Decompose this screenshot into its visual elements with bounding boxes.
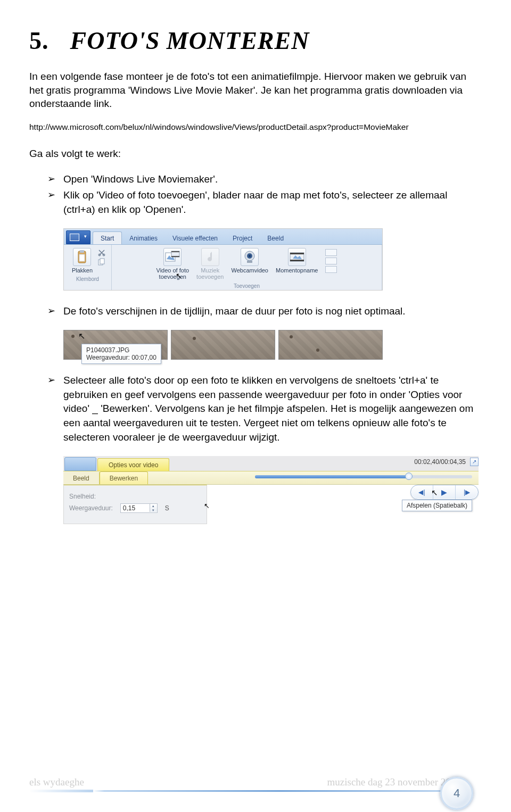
timeline-thumb-2[interactable]: [171, 330, 275, 360]
ribbon-muziek-toevoegen[interactable]: Muziek toevoegen: [194, 247, 226, 281]
screenshot-editor: Opties voor video Beeld Bewerken Snelhei…: [63, 456, 479, 524]
ribbon-video-foto-toevoegen[interactable]: Video of foto toevoegen ↖: [154, 247, 192, 281]
bullet-1: Open 'Windows Live Moviemaker'.: [47, 172, 482, 187]
prev-frame-button[interactable]: ◀|: [411, 485, 433, 499]
trailing-s: S: [165, 504, 169, 512]
cursor-icon: ↖: [431, 488, 438, 498]
webcam-icon: [241, 248, 259, 266]
svg-rect-6: [100, 259, 104, 264]
tab-project[interactable]: Project: [225, 232, 260, 244]
tab-start[interactable]: Start: [93, 231, 122, 244]
group-toevoegen: Toevoegen: [234, 281, 260, 289]
player-panel: 00:02,40/00:04,35 ↗ ◀| ▶ |▶ ↖ Afspelen (…: [255, 458, 479, 500]
svg-rect-18: [290, 260, 304, 261]
svg-rect-17: [290, 253, 304, 254]
screenshot-timeline: ↖ P1040037.JPG Weergaveduur: 00:07,00: [63, 330, 383, 360]
ribbon-video-label: Video of foto toevoegen: [156, 267, 189, 280]
intro-paragraph: In een volgende fase monteer je de foto'…: [29, 70, 482, 111]
video-photo-icon: [163, 248, 182, 266]
download-link[interactable]: http://www.microsoft.com/belux/nl/window…: [29, 122, 482, 132]
section-heading: 5. FOTO'S MONTEREN: [29, 27, 482, 55]
tooltip-filename: P1040037.JPG: [86, 346, 156, 354]
spinner-down[interactable]: ▾: [150, 508, 157, 512]
ribbon-momentopname[interactable]: Momentopname: [274, 247, 320, 281]
footer-event: muzische dag 23 november 2011: [327, 776, 460, 788]
footer-author: els wydaeghe: [29, 776, 84, 788]
bullet-4: Selecteer alle foto's door op een foto t…: [47, 374, 482, 444]
bullet-3: De foto's verschijnen in de tijdlijn, ma…: [47, 304, 482, 319]
player-controls: ◀| ▶ |▶: [410, 485, 479, 500]
steps-intro: Ga als volgt te werk:: [29, 147, 482, 161]
spinner[interactable]: ▴ ▾: [150, 504, 157, 512]
spinner-up[interactable]: ▴: [150, 504, 157, 508]
input-weergaveduur-value: 0,15: [123, 504, 135, 512]
ribbon-plakken[interactable]: Plakken: [70, 247, 95, 275]
input-weergaveduur[interactable]: 0,15 ▴ ▾: [120, 503, 158, 513]
label-weergaveduur: Weergaveduur:: [69, 504, 113, 512]
page-number-badge: 4: [440, 777, 473, 810]
svg-rect-10: [171, 251, 179, 252]
timeline-thumb-3[interactable]: [278, 330, 383, 360]
mini-button-1[interactable]: [325, 249, 337, 256]
tab-animaties[interactable]: Animaties: [122, 232, 165, 244]
svg-rect-11: [171, 256, 179, 257]
footer-divider: [93, 790, 466, 792]
cut-icon[interactable]: [98, 249, 105, 256]
timeline-tooltip: P1040037.JPG Weergaveduur: 00:07,00: [81, 344, 161, 364]
mini-button-3[interactable]: [325, 266, 337, 273]
ribbon-muziek-label: Muziek toevoegen: [196, 267, 224, 280]
label-snelheid: Snelheid:: [69, 493, 96, 500]
heading-number: 5.: [29, 27, 49, 55]
bullet-2: Klik op 'Video of foto toevoegen', blade…: [47, 188, 482, 217]
expand-icon[interactable]: ↗: [470, 458, 479, 466]
copy-icon[interactable]: [98, 258, 105, 266]
editor-app-button[interactable]: [64, 457, 96, 471]
player-track-handle[interactable]: [405, 473, 413, 480]
snapshot-icon: [288, 248, 306, 266]
music-icon: [201, 248, 219, 266]
player-time: 00:02,40/00:04,35 ↗: [255, 458, 479, 466]
ribbon-mini-buttons: [323, 247, 339, 281]
ribbon-webcam-label: Webcamvideo: [231, 267, 268, 274]
page-footer: els wydaeghe muzische dag 23 november 20…: [29, 776, 482, 792]
ribbon-tabstrip: Start Animaties Visuele effecten Project…: [64, 229, 382, 245]
svg-rect-1: [80, 250, 84, 253]
ribbon-moment-label: Momentopname: [276, 267, 318, 274]
svg-rect-15: [247, 261, 252, 263]
cursor-icon: ↖: [78, 331, 85, 341]
page-number: 4: [454, 786, 460, 800]
player-track[interactable]: [255, 475, 472, 478]
tab-visuele-effecten[interactable]: Visuele effecten: [165, 232, 225, 244]
svg-point-14: [249, 255, 251, 257]
subtab-bewerken[interactable]: Bewerken: [100, 471, 148, 484]
heading-title: FOTO'S MONTEREN: [70, 27, 310, 55]
tab-beeld[interactable]: Beeld: [260, 232, 291, 244]
play-tooltip: Afspelen (Spatiebalk): [402, 500, 472, 511]
screenshot-ribbon: Start Animaties Visuele effecten Project…: [63, 228, 383, 290]
ribbon-plakken-label: Plakken: [72, 267, 93, 274]
clipboard-icon: [73, 248, 91, 266]
tooltip-duration: Weergaveduur: 00:07,00: [86, 354, 156, 361]
subtab-beeld[interactable]: Beeld: [63, 472, 100, 484]
mini-button-2[interactable]: [325, 258, 337, 264]
player-track-fill: [255, 475, 407, 478]
tab-opties-voor-video[interactable]: Opties voor video: [97, 458, 169, 471]
group-klembord: Klembord: [76, 275, 99, 282]
next-frame-button[interactable]: |▶: [456, 485, 478, 499]
ribbon-webcamvideo[interactable]: Webcamvideo: [229, 247, 270, 281]
svg-rect-2: [79, 254, 85, 261]
app-menu-button[interactable]: [66, 230, 90, 244]
cursor-icon: ↖: [204, 502, 210, 510]
